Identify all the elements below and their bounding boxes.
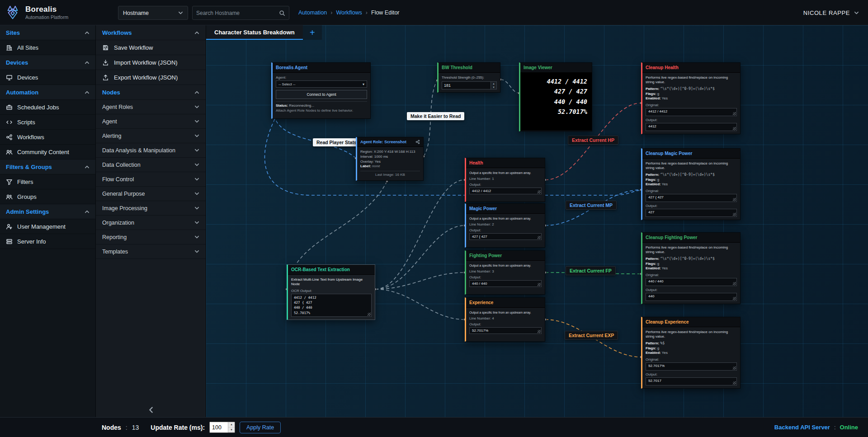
original-textarea[interactable]: 52.7017%: [646, 362, 737, 371]
number-spinner[interactable]: ▲▼: [228, 422, 235, 432]
apply-rate-button[interactable]: Apply Rate: [240, 422, 281, 433]
node-category-alerting[interactable]: Alerting: [96, 129, 206, 143]
chevron-up-icon: [85, 60, 90, 65]
user-menu[interactable]: NICOLE RAPPE: [803, 0, 859, 25]
node-category-flow-control[interactable]: Flow Control: [96, 172, 206, 187]
nodes-panel-header[interactable]: Nodes: [96, 85, 206, 100]
sidebar-item-workflows[interactable]: Workflows: [0, 130, 95, 145]
monitor-icon: [6, 74, 13, 81]
update-rate-group: Update Rate (ms): ▲▼ Apply Rate: [151, 422, 281, 433]
sidebar-section-sites[interactable]: Sites: [0, 25, 95, 40]
export-icon: [102, 74, 109, 81]
search-input[interactable]: [196, 10, 279, 16]
tab-character-status-breakdown[interactable]: Character Status Breakdown: [206, 25, 303, 40]
node-category-organization[interactable]: Organization: [96, 216, 206, 230]
chevron-down-icon: [194, 162, 199, 167]
sidebar-item-groups[interactable]: Groups: [0, 189, 95, 204]
user-name: NICOLE RAPPE: [803, 9, 850, 16]
node-category-agent[interactable]: Agent: [96, 114, 206, 129]
brand: Borealis Automation Platform: [25, 5, 68, 20]
number-spinner[interactable]: ▲▼: [491, 82, 496, 89]
node-cleanup-health[interactable]: Cleanup Health Performs live regex-based…: [641, 62, 741, 134]
label-read-player-stats[interactable]: Read Player Stats: [313, 138, 360, 146]
output-textarea[interactable]: 427: [646, 209, 737, 217]
node-title: Health: [469, 160, 483, 165]
output-textarea[interactable]: 440: [646, 293, 737, 301]
import-workflow-button[interactable]: Import Workflow (JSON): [96, 55, 206, 70]
sidebar-item-filters[interactable]: Filters: [0, 174, 95, 189]
output-field[interactable]: 440 / 440: [469, 280, 542, 287]
label-extract-current-fp[interactable]: Extract Current FP: [566, 266, 616, 275]
sidebar-section-devices[interactable]: Devices: [0, 55, 95, 70]
chevron-down-icon: [194, 249, 199, 254]
label-extract-current-mp[interactable]: Extract Current MP: [566, 201, 617, 210]
threshold-strength-input[interactable]: ▲▼: [442, 81, 497, 89]
original-textarea[interactable]: 4412 / 4412: [646, 108, 737, 116]
node-category-general-purpose[interactable]: General Purpose: [96, 187, 206, 201]
node-ocr-text-extraction[interactable]: OCR-Based Text Extraction Extract Multi-…: [287, 264, 375, 320]
node-health[interactable]: Health Output a specific line from an up…: [465, 158, 545, 202]
server-icon: [6, 238, 13, 245]
node-category-agent-roles[interactable]: Agent Roles: [96, 100, 206, 114]
original-textarea[interactable]: 440 / 440: [646, 278, 737, 286]
node-title: Agent Role: Screenshot: [360, 140, 406, 144]
output-field[interactable]: 4412 / 4412: [469, 188, 542, 194]
sidebar-item-scheduled-jobs[interactable]: Scheduled Jobs: [0, 100, 95, 115]
output-textarea[interactable]: 52.7017: [646, 377, 737, 385]
sidebar-item-user-management[interactable]: User Management: [0, 219, 95, 234]
node-magic-power[interactable]: Magic Power Output a specific line from …: [465, 203, 545, 248]
chevron-down-icon: [194, 133, 199, 138]
sidebar-item-scripts[interactable]: Scripts: [0, 115, 95, 130]
label-extract-current-hp[interactable]: Extract Current HP: [568, 136, 618, 145]
sidebar-section-filters-groups[interactable]: Filters & Groups: [0, 160, 95, 174]
chevron-left-icon: [147, 406, 155, 414]
sidebar-item-server-info[interactable]: Server Info: [0, 234, 95, 249]
sidebar-section-automation[interactable]: Automation: [0, 85, 95, 100]
connect-to-agent-button[interactable]: Connect to Agent: [276, 90, 367, 99]
node-borealis-agent[interactable]: Borealis Agent Agent: -- Select --▾ Conn…: [271, 62, 371, 119]
sidebar-item-community-content[interactable]: Community Content: [0, 145, 95, 160]
node-title: Fighting Power: [469, 253, 502, 258]
node-title: OCR-Based Text Extraction: [291, 267, 350, 272]
breadcrumb-workflows[interactable]: Workflows: [336, 9, 362, 16]
node-cleanup-experience[interactable]: Cleanup Experience Performs live regex-b…: [641, 317, 741, 389]
node-image-viewer[interactable]: Image Viewer 4412 / 4412 427 / 427 440 /…: [519, 62, 592, 132]
output-field[interactable]: 52.7017%: [469, 327, 542, 334]
chevron-up-icon: [85, 30, 90, 35]
node-bw-threshold[interactable]: BW Threshold Threshold Strength (0–255):…: [437, 62, 500, 93]
output-field[interactable]: 427 { 427: [469, 233, 542, 240]
node-cleanup-fighting-power[interactable]: Cleanup Fighting Power Performs live reg…: [641, 232, 741, 304]
workflows-panel-header[interactable]: Workflows: [96, 25, 206, 40]
node-category-data-analysis[interactable]: Data Analysis & Manipulation: [96, 143, 206, 158]
export-workflow-button[interactable]: Export Workflow (JSON): [96, 70, 206, 85]
breadcrumb-automation[interactable]: Automation: [298, 9, 327, 16]
node-category-image-processing[interactable]: Image Processing: [96, 201, 206, 216]
node-category-templates[interactable]: Templates: [96, 244, 206, 259]
sidebar-section-admin-settings[interactable]: Admin Settings: [0, 204, 95, 219]
label-extract-current-exp[interactable]: Extract Current EXP: [565, 331, 618, 340]
collapse-panel-button[interactable]: [96, 406, 206, 414]
node-category-data-collection[interactable]: Data Collection: [96, 158, 206, 172]
sidebar-item-all-sites[interactable]: All Sites: [0, 40, 95, 55]
flow-canvas[interactable]: Character Status Breakdown + Read Player…: [206, 25, 868, 417]
node-experience[interactable]: Experience Output a specific line from a…: [465, 297, 545, 342]
save-workflow-button[interactable]: Save Workflow: [96, 40, 206, 55]
node-title: Cleanup Fighting Power: [646, 235, 697, 240]
original-textarea[interactable]: 427 { 427: [646, 194, 737, 202]
output-textarea[interactable]: 4412: [646, 123, 737, 131]
update-rate-input[interactable]: ▲▼: [209, 422, 235, 433]
hostname-selector[interactable]: Hostname: [118, 6, 188, 20]
node-cleanup-magic-power[interactable]: Cleanup Magic Power Performs live regex-…: [641, 148, 741, 220]
ocr-output-textarea[interactable]: 4412 / 4412 427 { 427 440 / 440 52.7017%: [291, 294, 372, 317]
add-tab-button[interactable]: +: [303, 25, 322, 40]
node-category-reporting[interactable]: Reporting: [96, 230, 206, 244]
node-title: Experience: [469, 300, 493, 305]
share-icon[interactable]: [415, 140, 420, 144]
agent-select[interactable]: -- Select --▾: [276, 80, 367, 88]
label-make-it-easier[interactable]: Make it Easier to Read: [407, 112, 464, 120]
node-fighting-power[interactable]: Fighting Power Output a specific line fr…: [465, 250, 545, 295]
borealis-logo-icon: [4, 4, 22, 22]
sidebar-item-devices[interactable]: Devices: [0, 70, 95, 85]
node-title: Image Viewer: [524, 65, 552, 70]
node-agent-role-screenshot[interactable]: Agent Role: Screenshot Region: X:200 Y:4…: [356, 137, 424, 181]
